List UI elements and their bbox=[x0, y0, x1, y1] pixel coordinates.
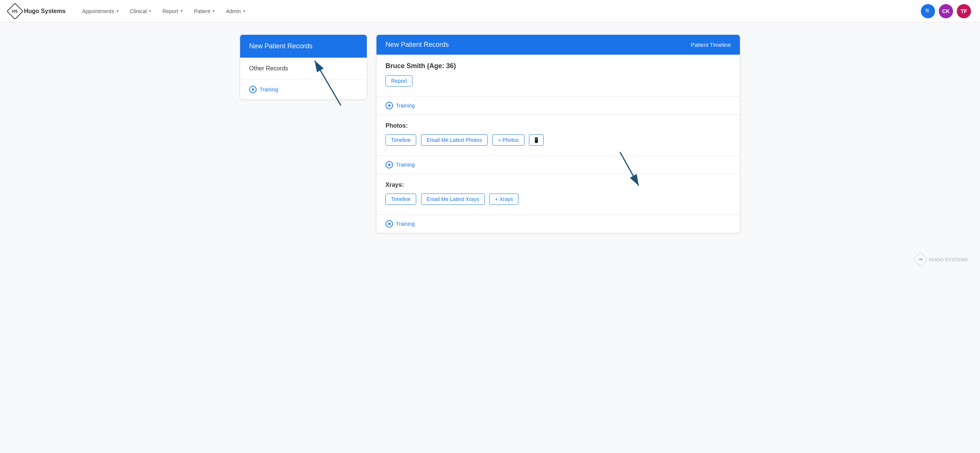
chevron-down-icon: ▼ bbox=[242, 9, 246, 13]
photos-training[interactable]: Training bbox=[377, 156, 740, 174]
mobile-icon: 📱 bbox=[533, 137, 539, 143]
footer-brand-name: HUGO SYSTEMS bbox=[929, 257, 968, 262]
xrays-training[interactable]: Training bbox=[377, 215, 740, 233]
photos-timeline-button[interactable]: Timeline bbox=[385, 134, 416, 146]
email-latest-photos-button[interactable]: Email Me Latest Photos bbox=[421, 134, 488, 146]
patient-section: Bruce Smith (Age: 36) Report bbox=[377, 55, 740, 97]
nav-report[interactable]: Report ▼ bbox=[158, 5, 188, 17]
play-icon bbox=[385, 102, 393, 109]
patient-name: Bruce Smith (Age: 36) bbox=[385, 62, 731, 70]
nav-items: Appointments ▼ Clinical ▼ Report ▼ Patie… bbox=[78, 5, 921, 17]
user-ck-button[interactable]: CK bbox=[939, 4, 953, 18]
patient-timeline-link[interactable]: Patient Timeline bbox=[691, 41, 731, 48]
chevron-down-icon: ▼ bbox=[212, 9, 215, 13]
add-xrays-button[interactable]: + Xrays bbox=[489, 194, 519, 205]
chevron-down-icon: ▼ bbox=[116, 9, 119, 13]
play-icon bbox=[385, 220, 393, 227]
right-card-title: New Patient Records bbox=[385, 41, 449, 49]
mobile-photos-button[interactable]: 📱 bbox=[529, 134, 544, 146]
main-content: New Patient Records Other Records Traini… bbox=[228, 22, 752, 245]
xrays-section: Xrays: Timeline Email Me Latest Xrays + … bbox=[377, 174, 740, 215]
left-card-header: New Patient Records bbox=[240, 35, 367, 58]
nav-admin[interactable]: Admin ▼ bbox=[221, 5, 251, 17]
add-photos-button[interactable]: + Photos bbox=[492, 134, 525, 146]
chevron-down-icon: ▼ bbox=[180, 9, 184, 13]
other-records-item[interactable]: Other Records bbox=[240, 58, 367, 80]
photos-title: Photos: bbox=[385, 122, 731, 129]
play-icon bbox=[385, 161, 393, 168]
left-training-item[interactable]: Training bbox=[240, 80, 367, 99]
left-card: New Patient Records Other Records Traini… bbox=[240, 35, 367, 100]
left-panel-wrapper: New Patient Records Other Records Traini… bbox=[240, 35, 367, 233]
right-card-header: New Patient Records Patient Timeline bbox=[377, 35, 740, 55]
brand-name: Hugo Systems bbox=[24, 8, 65, 14]
chevron-down-icon: ▼ bbox=[148, 9, 152, 13]
nav-clinical[interactable]: Clinical ▼ bbox=[126, 5, 157, 17]
brand: HS Hugo Systems bbox=[9, 5, 65, 17]
right-panel: New Patient Records Patient Timeline Bru… bbox=[376, 35, 740, 233]
xrays-timeline-button[interactable]: Timeline bbox=[385, 194, 416, 205]
footer-logo: HS bbox=[913, 252, 928, 267]
brand-logo: HS bbox=[6, 3, 23, 19]
nav-appointments[interactable]: Appointments ▼ bbox=[78, 5, 124, 17]
brand-logo-text: HS bbox=[12, 9, 18, 13]
photos-section: Photos: Timeline Email Me Latest Photos … bbox=[377, 115, 740, 156]
right-card: New Patient Records Patient Timeline Bru… bbox=[376, 35, 740, 233]
search-button[interactable]: 🔍 bbox=[921, 4, 935, 18]
search-icon: 🔍 bbox=[925, 8, 931, 14]
xrays-title: Xrays: bbox=[385, 181, 731, 188]
user-tf-button[interactable]: TF bbox=[957, 4, 971, 18]
play-icon bbox=[249, 86, 257, 93]
navbar-actions: 🔍 CK TF bbox=[921, 4, 971, 18]
navbar: HS Hugo Systems Appointments ▼ Clinical … bbox=[0, 0, 980, 22]
nav-patient[interactable]: Patient ▼ bbox=[189, 5, 220, 17]
footer: HS HUGO SYSTEMS bbox=[0, 245, 980, 274]
report-button[interactable]: Report bbox=[385, 75, 412, 86]
email-latest-xrays-button[interactable]: Email Me Latest Xrays bbox=[421, 194, 485, 205]
patient-training[interactable]: Training bbox=[377, 97, 740, 115]
